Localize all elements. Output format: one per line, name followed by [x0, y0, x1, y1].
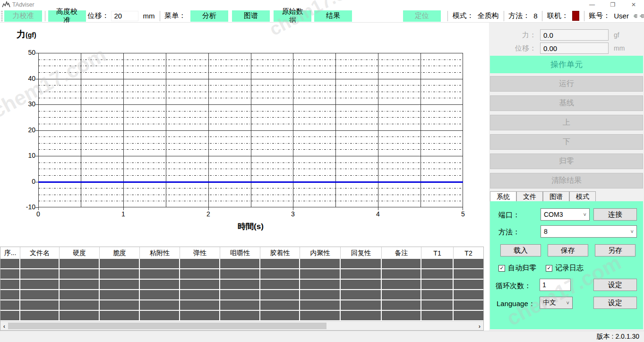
- logout-icon[interactable]: [640, 12, 644, 20]
- language-select[interactable]: 中文˅: [540, 297, 573, 309]
- table-row[interactable]: [0, 290, 483, 300]
- force-calibration-button[interactable]: 力校准: [4, 10, 42, 22]
- chart-section: 力(gf) 50403020100-10012345 時間(s): [0, 23, 487, 247]
- table-cell: [140, 259, 180, 269]
- column-header[interactable]: 序...: [0, 247, 20, 259]
- table-cell: [220, 259, 260, 269]
- account-value: User: [614, 12, 629, 20]
- gridline-major: [38, 104, 463, 105]
- analysis-button[interactable]: 分析: [190, 10, 228, 22]
- cycles-input[interactable]: 1: [540, 279, 571, 291]
- column-header[interactable]: 粘附性: [140, 247, 180, 259]
- save-button[interactable]: 保存: [548, 244, 588, 256]
- scroll-right-icon[interactable]: ›: [476, 322, 483, 330]
- gridline-major: [38, 79, 463, 79]
- table-cell: [421, 259, 454, 269]
- table-row[interactable]: [0, 300, 483, 311]
- mode-value: 全质构: [478, 11, 499, 20]
- table-cell: [180, 269, 220, 280]
- separator: [45, 11, 45, 21]
- close-button[interactable]: ✕: [623, 0, 644, 9]
- port-label: 端口：: [498, 211, 520, 220]
- tab-spectrum[interactable]: 图谱: [543, 191, 569, 201]
- scroll-left-icon[interactable]: ‹: [0, 322, 8, 330]
- login-icon[interactable]: [633, 12, 637, 20]
- gridline-minor: [38, 169, 463, 169]
- operate-unit-button[interactable]: 操作单元: [490, 56, 643, 73]
- log-checkbox[interactable]: ✓ 记录日志: [546, 264, 584, 273]
- run-button[interactable]: 运行: [490, 76, 643, 92]
- chevron-down-icon: ˅: [567, 300, 569, 306]
- column-header[interactable]: 弹性: [180, 247, 220, 259]
- down-button[interactable]: 下: [490, 134, 643, 150]
- column-header[interactable]: 咀嚼性: [220, 247, 260, 259]
- table-cell: [140, 280, 180, 290]
- clear-results-button[interactable]: 清除结果: [490, 173, 643, 188]
- set-language-button[interactable]: 设定: [593, 297, 637, 309]
- set-cycles-button[interactable]: 设定: [593, 279, 637, 291]
- positioning-button[interactable]: 定位: [403, 10, 441, 22]
- column-header[interactable]: 脆度: [100, 247, 140, 259]
- table-row[interactable]: [0, 259, 483, 269]
- table-cell: [421, 290, 454, 300]
- tab-system[interactable]: 系统: [490, 191, 516, 201]
- port-select[interactable]: COM3˅: [541, 208, 590, 221]
- baseline-button[interactable]: 基线: [490, 95, 643, 111]
- table-cell: [220, 290, 260, 300]
- column-header[interactable]: T2: [454, 247, 483, 259]
- table-row[interactable]: [0, 269, 483, 280]
- table-cell: [140, 300, 180, 311]
- table-cell: [454, 300, 483, 311]
- tab-file[interactable]: 文件: [516, 191, 543, 201]
- window-title: TAdviser: [12, 1, 34, 8]
- gridline-minor: [38, 188, 463, 188]
- column-header[interactable]: 备注: [382, 247, 421, 259]
- zero-button[interactable]: 归零: [490, 154, 643, 169]
- connect-button[interactable]: 连接: [593, 208, 637, 221]
- table-cell: [454, 259, 483, 269]
- table-cell: [341, 300, 382, 311]
- table-cell: [421, 269, 454, 280]
- table-cell: [100, 280, 140, 290]
- minimize-button[interactable]: —: [582, 0, 602, 9]
- table-cell: [20, 269, 60, 280]
- up-button[interactable]: 上: [490, 115, 643, 130]
- displacement-input[interactable]: [111, 11, 138, 21]
- column-header[interactable]: 胶着性: [260, 247, 300, 259]
- raw-data-button[interactable]: 原始数据: [274, 10, 311, 22]
- online-status-indicator: [572, 11, 579, 21]
- column-header[interactable]: T1: [421, 247, 454, 259]
- table-cell: [0, 269, 20, 280]
- method-select-label: 方法：: [498, 228, 520, 237]
- statusbar: 版本 : 2.0.1.30: [0, 331, 644, 342]
- separator: [542, 11, 542, 21]
- horizontal-scrollbar[interactable]: ‹ ›: [0, 321, 483, 330]
- save-as-button[interactable]: 另存: [595, 244, 635, 256]
- column-header[interactable]: 回复性: [341, 247, 382, 259]
- table-cell: [260, 259, 300, 269]
- table-cell: [220, 280, 260, 290]
- auto-zero-checkbox[interactable]: ✓ 自动归零: [498, 264, 536, 273]
- toolbar-grip[interactable]: [1, 11, 3, 21]
- gridline-minor: [38, 143, 463, 144]
- y-tick-mark: [35, 130, 38, 131]
- plot-area: 50403020100-10012345: [38, 53, 463, 207]
- displacement-label: 位移：: [88, 11, 109, 20]
- column-header[interactable]: 文件名: [20, 247, 60, 259]
- load-button[interactable]: 载入: [500, 244, 541, 256]
- method-select[interactable]: 8˅: [541, 225, 637, 238]
- column-header[interactable]: 硬度: [60, 247, 100, 259]
- system-tab-panel: 端口： COM3˅ 连接 方法： 8˅ 载入 保存 另存 ✓ 自动归零 ✓ 记录…: [490, 201, 643, 329]
- spectrum-button[interactable]: 图谱: [232, 10, 270, 22]
- maximize-button[interactable]: ❐: [602, 0, 623, 9]
- x-tick-label: 3: [283, 210, 302, 218]
- table-row[interactable]: [0, 311, 483, 321]
- results-button[interactable]: 结果: [314, 10, 352, 22]
- table-row[interactable]: [0, 280, 483, 290]
- scrollbar-thumb[interactable]: [8, 323, 326, 329]
- table-cell: [100, 269, 140, 280]
- chart-y-axis-title: 力(gf): [17, 28, 36, 41]
- tab-mode[interactable]: 模式: [569, 191, 596, 201]
- height-calibration-button[interactable]: 高度校准: [48, 10, 86, 22]
- column-header[interactable]: 内聚性: [300, 247, 341, 259]
